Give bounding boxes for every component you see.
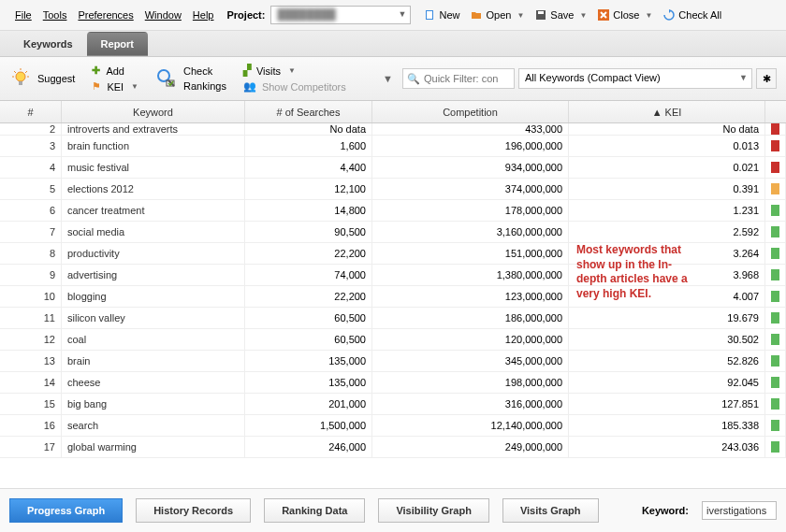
bottom-bar: Progress Graph History Records Ranking D… (0, 488, 786, 532)
status-swatch (771, 183, 779, 194)
menu-help[interactable]: Help (187, 7, 220, 22)
cell-competition: 151,000,000 (372, 243, 569, 264)
cell-keyword: introverts and extraverts (62, 123, 245, 135)
status-swatch (771, 334, 779, 345)
visibility-graph-button[interactable]: Visibility Graph (378, 498, 489, 523)
tab-keywords[interactable]: Keywords (9, 32, 87, 56)
close-button[interactable]: Close▼ (598, 9, 652, 21)
cell-kei: No data (569, 123, 765, 135)
lightbulb-icon (9, 67, 32, 90)
col-kei[interactable]: ▲ KEI (569, 101, 765, 122)
view-select[interactable]: All Keywords (Compact View)▼ (518, 68, 752, 89)
show-competitors-button[interactable]: 👥 Show Competitors (243, 80, 346, 93)
cell-number: 4 (0, 157, 62, 178)
refresh-icon (663, 9, 675, 21)
cell-kei: 0.021 (569, 157, 765, 178)
table-row[interactable]: 4music festival4,400934,000,0000.021 (0, 157, 786, 179)
cell-number: 13 (0, 351, 62, 371)
cell-searches: 60,500 (245, 329, 372, 350)
table-row[interactable]: 5elections 201212,100374,000,0000.391 (0, 179, 786, 200)
table-row[interactable]: 9advertising74,0001,380,000,0003.968 (0, 265, 786, 286)
cell-competition: 374,000,000 (372, 179, 569, 199)
cell-number: 14 (0, 372, 62, 393)
cell-kei: 185.338 (569, 415, 765, 436)
visits-button[interactable]: ▞ Visits▼ (243, 65, 346, 77)
cell-kei-indicator (765, 222, 786, 242)
table-row[interactable]: 16search1,500,00012,140,000,000185.338 (0, 415, 786, 437)
project-select[interactable]: ████████▼ (270, 6, 411, 24)
menu-window[interactable]: Window (139, 7, 187, 22)
progress-graph-button[interactable]: Progress Graph (9, 498, 123, 523)
col-searches[interactable]: # of Searches (245, 101, 372, 122)
table-row[interactable]: 12coal60,500120,000,00030.502 (0, 329, 786, 351)
cell-kei-indicator (765, 437, 786, 457)
status-swatch (771, 377, 779, 388)
table-row[interactable]: 15big bang201,000316,000,000127.851 (0, 394, 786, 415)
save-button[interactable]: Save▼ (535, 9, 587, 21)
cell-kei-indicator (765, 415, 786, 436)
menubar: File Tools Preferences Window Help Proje… (0, 0, 786, 31)
cell-keyword: social media (62, 222, 245, 242)
table-row[interactable]: 8productivity22,200151,000,0003.264 (0, 243, 786, 265)
cell-kei: 52.826 (569, 351, 765, 371)
cell-number: 5 (0, 179, 62, 199)
settings-button[interactable]: ✱ (756, 68, 777, 89)
visits-graph-button[interactable]: Visits Graph (502, 498, 599, 523)
cell-kei: 19.679 (569, 308, 765, 328)
table-row[interactable]: 3brain function1,600196,000,0000.013 (0, 136, 786, 157)
cell-searches: No data (245, 123, 372, 135)
new-button[interactable]: New (424, 9, 459, 21)
cell-searches: 12,100 (245, 179, 372, 199)
status-swatch (771, 140, 779, 151)
table-row[interactable]: 13brain135,000345,000,00052.826 (0, 351, 786, 372)
cell-competition: 186,000,000 (372, 308, 569, 328)
check-all-button[interactable]: Check All (663, 9, 721, 21)
cell-competition: 120,000,000 (372, 329, 569, 350)
filter-dropdown[interactable]: ▼ (377, 73, 399, 84)
cell-kei-indicator (765, 351, 786, 371)
cell-searches: 201,000 (245, 394, 372, 414)
history-records-button[interactable]: History Records (136, 498, 251, 523)
close-icon (598, 9, 609, 21)
cell-kei-indicator (765, 329, 786, 350)
ranking-data-button[interactable]: Ranking Data (264, 498, 365, 523)
menu-file[interactable]: File (9, 7, 37, 22)
cell-competition: 1,380,000,000 (372, 265, 569, 285)
kei-button[interactable]: ⚑ KEI▼ (92, 80, 138, 93)
menu-tools[interactable]: Tools (37, 7, 73, 22)
table-row[interactable]: 7social media90,5003,160,000,0002.592 (0, 222, 786, 243)
status-swatch (771, 355, 779, 367)
cell-searches: 14,800 (245, 200, 372, 221)
plus-icon: ✚ (92, 65, 100, 77)
cell-kei: 127.851 (569, 394, 765, 414)
table-row[interactable]: 14cheese135,000198,000,00092.045 (0, 372, 786, 394)
cell-searches: 1,600 (245, 136, 372, 156)
cell-keyword: global warming (62, 437, 245, 457)
col-keyword[interactable]: Keyword (62, 101, 245, 122)
table-row[interactable]: 17global warming246,000249,000,000243.03… (0, 437, 786, 458)
gear-icon: ✱ (763, 73, 771, 85)
suggest-button[interactable]: Suggest (9, 67, 75, 90)
cell-number: 9 (0, 265, 62, 285)
table-row[interactable]: 6cancer treatment14,800178,000,0001.231 (0, 200, 786, 222)
open-button[interactable]: Open▼ (471, 9, 524, 21)
check-rankings-button[interactable]: CheckRankings (155, 65, 226, 92)
add-button[interactable]: ✚ Add (92, 65, 138, 77)
menu-preferences[interactable]: Preferences (72, 7, 138, 22)
status-swatch (771, 226, 779, 237)
col-number[interactable]: # (0, 101, 62, 122)
keyword-input[interactable] (702, 501, 777, 520)
cell-competition: 249,000,000 (372, 437, 569, 457)
table-row[interactable]: 2introverts and extravertsNo data433,000… (0, 123, 786, 136)
cell-kei: 2.592 (569, 222, 765, 242)
cell-keyword: big bang (62, 394, 245, 414)
table-row[interactable]: 11silicon valley60,500186,000,00019.679 (0, 308, 786, 329)
toolbar: Suggest ✚ Add ⚑ KEI▼ CheckRankings ▞ Vis… (0, 57, 786, 101)
cell-number: 2 (0, 123, 62, 135)
tab-report[interactable]: Report (87, 32, 148, 56)
table-row[interactable]: 10blogging22,200123,000,0004.007 (0, 286, 786, 308)
status-swatch (771, 162, 779, 173)
cell-keyword: elections 2012 (62, 179, 245, 199)
col-competition[interactable]: Competition (372, 101, 569, 122)
cell-competition: 12,140,000,000 (372, 415, 569, 436)
